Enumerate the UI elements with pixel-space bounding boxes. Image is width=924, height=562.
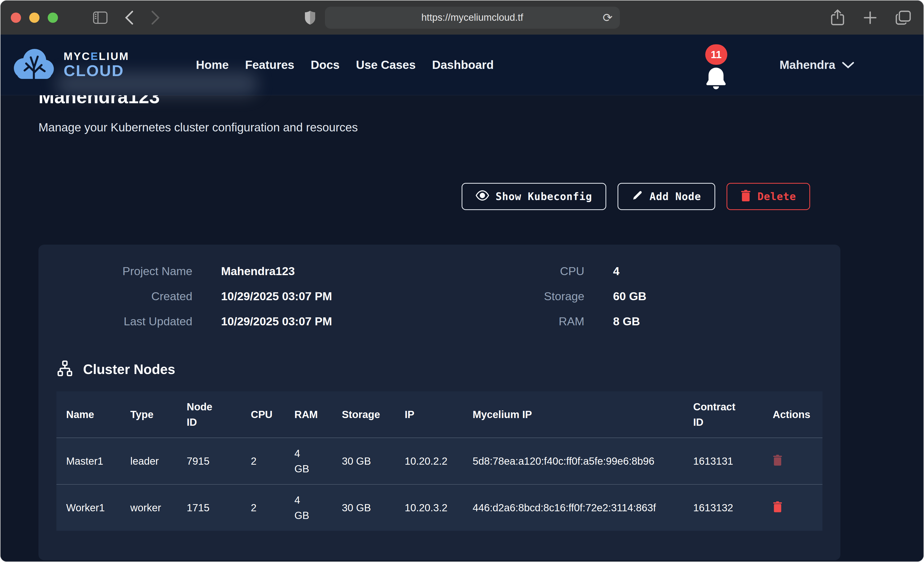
col-contract-id: Contract ID: [684, 392, 763, 438]
node-type-cell: leader: [120, 438, 177, 484]
node-ram-cell: 4 GB: [285, 438, 332, 484]
trash-icon: [741, 190, 751, 204]
new-tab-icon[interactable]: [863, 10, 878, 25]
node-id-cell: 7915: [177, 438, 241, 484]
project-name-label: Project Name: [39, 265, 192, 278]
created-value: 10/29/2025 03:07 PM: [221, 290, 430, 303]
minimize-window-button[interactable]: [29, 13, 39, 23]
node-storage-cell: 30 GB: [332, 438, 395, 484]
eye-icon: [476, 190, 489, 203]
cpu-value: 4: [613, 265, 823, 278]
add-node-button[interactable]: Add Node: [618, 183, 715, 210]
cluster-overview: Project Name Mahendra123 Created 10/29/2…: [39, 265, 822, 328]
node-contract-id-cell: 1613131: [684, 438, 763, 484]
node-storage-cell: 30 GB: [332, 484, 395, 531]
mycelium-cloud-logo-icon: [11, 45, 57, 85]
project-name-value: Mahendra123: [221, 265, 430, 278]
nav-link-use-cases[interactable]: Use Cases: [356, 58, 416, 72]
cluster-nodes-title: Cluster Nodes: [83, 362, 175, 377]
cpu-label: CPU: [430, 265, 585, 278]
cluster-nodes-table: Name Type Node ID CPU RAM Storage IP Myc…: [56, 392, 822, 531]
node-mycelium-ip-cell: 446:d2a6:8bcd:8c16:ff0f:72e2:3114:863f: [463, 484, 684, 531]
address-bar-url: https://myceliumcloud.tf: [422, 12, 523, 23]
cluster-nodes-icon: [56, 360, 74, 378]
table-row: Master1 leader 7915 2 4 GB 30 GB 10.20.2…: [56, 438, 822, 484]
user-menu[interactable]: Mahendra: [780, 58, 854, 72]
overview-row-project-name: Project Name Mahendra123: [39, 265, 430, 278]
nav-link-features[interactable]: Features: [245, 58, 294, 72]
overview-row-ram: RAM 8 GB: [430, 315, 823, 328]
node-cpu-cell: 2: [241, 438, 285, 484]
node-mycelium-ip-cell: 5d8:78ea:a120:f40c:ff0f:a5fe:99e6:8b96: [463, 438, 684, 484]
node-contract-id-cell: 1613132: [684, 484, 763, 531]
chevron-down-icon: [842, 58, 854, 72]
nav-link-home[interactable]: Home: [196, 58, 229, 72]
cluster-actions: Show Kubeconfig Add Node Delete: [39, 183, 840, 210]
overview-row-storage: Storage 60 GB: [430, 290, 823, 303]
zoom-window-button[interactable]: [48, 13, 58, 23]
node-type-cell: worker: [120, 484, 177, 531]
col-name: Name: [56, 392, 120, 438]
address-bar[interactable]: https://myceliumcloud.tf ⟳: [325, 7, 620, 29]
back-icon[interactable]: [124, 10, 134, 25]
browser-toolbar: https://myceliumcloud.tf ⟳: [0, 0, 924, 34]
col-node-id: Node ID: [177, 392, 241, 438]
node-id-cell: 1715: [177, 484, 241, 531]
storage-value: 60 GB: [613, 290, 823, 303]
table-header-row: Name Type Node ID CPU RAM Storage IP Myc…: [56, 392, 822, 438]
created-label: Created: [39, 290, 192, 303]
tab-overview-icon[interactable]: [895, 10, 911, 25]
nav-links: Home Features Docs Use Cases Dashboard: [196, 58, 494, 72]
overview-row-cpu: CPU 4: [430, 265, 823, 278]
browser-window: https://myceliumcloud.tf ⟳: [0, 0, 924, 562]
col-cpu: CPU: [241, 392, 285, 438]
nav-link-docs[interactable]: Docs: [311, 58, 339, 72]
show-kubeconfig-label: Show Kubeconfig: [496, 191, 592, 202]
delete-cluster-button[interactable]: Delete: [726, 183, 810, 210]
node-ram-cell: 4 GB: [285, 484, 332, 531]
col-mycelium-ip: Mycelium IP: [463, 392, 684, 438]
node-name-cell: Worker1: [56, 484, 120, 531]
user-name: Mahendra: [780, 58, 835, 72]
trash-icon: [773, 463, 783, 466]
table-row: Worker1 worker 1715 2 4 GB 30 GB 10.20.3…: [56, 484, 822, 531]
overview-row-last-updated: Last Updated 10/29/2025 03:07 PM: [39, 315, 430, 328]
node-ip-cell: 10.20.2.2: [395, 438, 463, 484]
add-node-label: Add Node: [650, 191, 701, 202]
ram-label: RAM: [430, 315, 585, 328]
ram-value: 8 GB: [613, 315, 823, 328]
pencil-icon: [632, 190, 643, 203]
trash-icon: [773, 509, 783, 513]
col-storage: Storage: [332, 392, 395, 438]
col-ip: IP: [395, 392, 463, 438]
reload-icon[interactable]: ⟳: [603, 11, 613, 25]
show-kubeconfig-button[interactable]: Show Kubeconfig: [462, 183, 606, 210]
node-actions-cell: [763, 438, 822, 484]
node-ip-cell: 10.20.3.2: [395, 484, 463, 531]
page-subtitle: Manage your Kubernetes cluster configura…: [39, 120, 924, 134]
delete-node-button[interactable]: [773, 454, 783, 466]
last-updated-value: 10/29/2025 03:07 PM: [221, 315, 430, 328]
bell-icon: [703, 64, 729, 92]
notification-badge: 11: [705, 44, 727, 65]
window-controls: [11, 13, 58, 23]
forward-icon[interactable]: [151, 10, 160, 25]
col-actions: Actions: [763, 392, 822, 438]
last-updated-label: Last Updated: [39, 315, 192, 328]
share-icon[interactable]: [830, 9, 845, 26]
delete-node-button[interactable]: [773, 501, 783, 513]
close-window-button[interactable]: [11, 13, 21, 23]
blurred-scrolled-title: [56, 72, 258, 96]
node-cpu-cell: 2: [241, 484, 285, 531]
node-name-cell: Master1: [56, 438, 120, 484]
overview-row-created: Created 10/29/2025 03:07 PM: [39, 290, 430, 303]
notifications-button[interactable]: 11: [703, 44, 731, 85]
storage-label: Storage: [430, 290, 585, 303]
delete-label: Delete: [758, 191, 796, 202]
nav-link-dashboard[interactable]: Dashboard: [432, 58, 494, 72]
cluster-details-card: Project Name Mahendra123 Created 10/29/2…: [39, 245, 840, 560]
privacy-shield-icon[interactable]: [304, 10, 316, 25]
site-navbar: MYCELIUM CLOUD Home Features Docs Use Ca…: [0, 34, 924, 95]
sidebar-toggle-icon[interactable]: [93, 11, 108, 24]
col-type: Type: [120, 392, 177, 438]
